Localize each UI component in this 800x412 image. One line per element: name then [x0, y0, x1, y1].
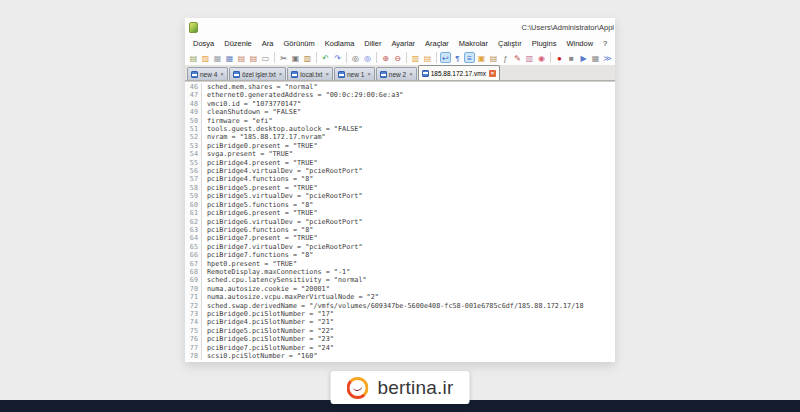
editor-line[interactable]: 59pciBridge5.virtualDev = "pcieRootPort" — [185, 192, 615, 200]
editor-line[interactable]: 56pciBridge4.virtualDev = "pcieRootPort" — [185, 167, 615, 175]
close-file-icon[interactable]: ▤ — [236, 52, 247, 63]
cut-icon[interactable]: ✂ — [278, 52, 289, 63]
indent-guide-icon[interactable]: ≡ — [464, 52, 475, 63]
menu-item-help[interactable]: ? — [603, 39, 607, 48]
save-all-icon[interactable]: ▦ — [224, 52, 235, 63]
menu-item-duzenle[interactable]: Düzenle — [224, 39, 252, 48]
menu-item-ayarlar[interactable]: Ayarlar — [391, 39, 415, 48]
menu-item-makrolar[interactable]: Makrolar — [459, 39, 488, 48]
replace-icon[interactable]: ◎ — [362, 52, 373, 63]
line-text: pciBridge6.functions = "8" — [202, 226, 313, 234]
line-text: pciBridge4.pciSlotNumber = "21" — [202, 318, 334, 326]
toolbar-separator — [274, 52, 275, 63]
editor-line[interactable]: 67hpet0.present = "TRUE" — [185, 260, 615, 268]
editor-line[interactable]: 61pciBridge6.present = "TRUE" — [185, 209, 615, 217]
menu-item-ara[interactable]: Ara — [262, 39, 274, 48]
tab-local[interactable]: local.txt× — [287, 67, 333, 80]
macro-save-icon[interactable]: ▦ — [590, 52, 601, 63]
editor-line[interactable]: 47ethernet0.generatedAddress = "00:0c:29… — [185, 91, 615, 99]
function-list-icon[interactable]: ƒ — [500, 52, 511, 63]
print-icon[interactable]: ▭ — [260, 52, 271, 63]
editor-line[interactable]: 50firmware = "efi" — [185, 117, 615, 125]
sync-vertical-icon[interactable]: ▥ — [410, 52, 421, 63]
paste-icon[interactable]: ▥ — [302, 52, 313, 63]
zoom-in-icon[interactable]: ⊕ — [380, 52, 391, 63]
word-wrap-icon[interactable]: ↩ — [440, 52, 451, 63]
new-file-icon[interactable]: ▤ — [188, 52, 199, 63]
tab-vmx-file[interactable]: 185.88.172.17.vmx× — [418, 65, 500, 80]
close-all-icon[interactable]: ▤ — [248, 52, 259, 63]
editor-line[interactable]: 54svga.present = "TRUE" — [185, 150, 615, 158]
editor-line[interactable]: 69sched.cpu.latencySensitivity = "normal… — [185, 276, 615, 284]
doc-switcher-icon[interactable]: ▥ — [524, 52, 535, 63]
editor-line[interactable]: 74pciBridge4.pciSlotNumber = "21" — [185, 318, 615, 326]
line-text: pciBridge6.present = "TRUE" — [202, 209, 318, 217]
save-icon[interactable]: ▦ — [212, 52, 223, 63]
tab-close-icon[interactable]: × — [279, 71, 283, 77]
monitoring-eye-icon[interactable]: ◉ — [536, 52, 547, 63]
tab-close-icon[interactable]: × — [325, 71, 329, 77]
macro-stop-icon[interactable]: ■ — [566, 52, 577, 63]
menu-item-araclar[interactable]: Araçlar — [425, 39, 449, 48]
menu-item-kodlama[interactable]: Kodlama — [325, 39, 355, 48]
editor-line[interactable]: 75pciBridge5.pciSlotNumber = "22" — [185, 327, 615, 335]
editor-line[interactable]: 52nvram = "185.88.172.17.nvram" — [185, 133, 615, 141]
editor-line[interactable]: 64pciBridge7.present = "TRUE" — [185, 234, 615, 242]
edit-pencil-icon[interactable]: ✎ — [512, 52, 523, 63]
line-number: 62 — [185, 218, 202, 226]
editor-line[interactable]: 57pciBridge4.functions = "8" — [185, 175, 615, 183]
menu-item-calistir[interactable]: Çalıştır — [498, 39, 522, 48]
macro-record-icon[interactable]: ● — [554, 52, 565, 63]
tab-close-icon[interactable]: × — [220, 71, 224, 77]
user-dialog-icon[interactable]: ▣ — [476, 52, 487, 63]
find-icon[interactable]: ◎ — [350, 52, 361, 63]
editor-line[interactable]: 62pciBridge6.virtualDev = "pcieRootPort" — [185, 218, 615, 226]
editor-line[interactable]: 76pciBridge6.pciSlotNumber = "23" — [185, 335, 615, 343]
sync-horizontal-icon[interactable]: ▤ — [422, 52, 433, 63]
editor-line[interactable]: 55pciBridge4.present = "TRUE" — [185, 159, 615, 167]
tab-close-icon[interactable]: × — [409, 71, 413, 77]
editor-pane[interactable]: 46sched.mem.shares = "normal"47ethernet0… — [185, 81, 615, 362]
tab-close-icon[interactable]: × — [367, 71, 371, 77]
menu-item-gorunum[interactable]: Görünüm — [283, 39, 314, 48]
editor-line[interactable]: 66pciBridge7.functions = "8" — [185, 251, 615, 259]
open-folder-icon[interactable]: ▨ — [200, 52, 211, 63]
doc-map-icon[interactable]: ▤ — [488, 52, 499, 63]
line-number: 51 — [185, 125, 202, 133]
menu-item-window[interactable]: Window — [566, 39, 593, 48]
editor-line[interactable]: 60pciBridge5.functions = "8" — [185, 201, 615, 209]
zoom-out-icon[interactable]: ⊖ — [392, 52, 403, 63]
editor-line[interactable]: 68RemoteDisplay.maxConnections = "-1" — [185, 268, 615, 276]
editor-line[interactable]: 49cleanShutdown = "FALSE" — [185, 108, 615, 116]
tab-close-icon[interactable]: × — [489, 70, 496, 77]
editor-line[interactable]: 51tools.guest.desktop.autolock = "FALSE" — [185, 125, 615, 133]
show-all-chars-icon[interactable]: ¶ — [452, 52, 463, 63]
menu-item-dosya[interactable]: Dosya — [193, 39, 214, 48]
editor-line[interactable]: 71numa.autosize.vcpu.maxPerVirtualNode =… — [185, 293, 615, 301]
macro-run-multi-icon[interactable]: ≫ — [602, 52, 613, 63]
menu-item-plugins[interactable]: Plugins — [532, 39, 557, 48]
editor-line[interactable]: 53pciBridge0.present = "TRUE" — [185, 142, 615, 150]
editor-line[interactable]: 77pciBridge7.pciSlotNumber = "24" — [185, 344, 615, 352]
editor-line[interactable]: 46sched.mem.shares = "normal" — [185, 83, 615, 91]
editor-line[interactable]: 73pciBridge0.pciSlotNumber = "17" — [185, 310, 615, 318]
tab-new-1[interactable]: new 1× — [334, 67, 375, 80]
editor-line[interactable]: 58pciBridge5.present = "TRUE" — [185, 184, 615, 192]
editor-line[interactable]: 65pciBridge7.virtualDev = "pcieRootPort" — [185, 243, 615, 251]
undo-icon[interactable]: ↶ — [320, 52, 331, 63]
macro-play-icon[interactable]: ▶ — [578, 52, 589, 63]
editor-line[interactable]: 78scsi0.pciSlotNumber = "160" — [185, 352, 615, 360]
tab-new-4[interactable]: new 4× — [187, 67, 228, 80]
line-number: 55 — [185, 159, 202, 167]
line-text: pciBridge5.pciSlotNumber = "22" — [202, 327, 334, 335]
copy-icon[interactable]: ▣ — [290, 52, 301, 63]
saved-file-icon — [291, 71, 298, 78]
tab-ozel-isler[interactable]: özel işler.txt× — [229, 67, 286, 80]
redo-icon[interactable]: ↷ — [332, 52, 343, 63]
editor-line[interactable]: 48vmci0.id = "1073770147" — [185, 100, 615, 108]
editor-line[interactable]: 72sched.swap.derivedName = "/vmfs/volume… — [185, 302, 615, 310]
menu-item-diller[interactable]: Diller — [364, 39, 381, 48]
editor-line[interactable]: 63pciBridge6.functions = "8" — [185, 226, 615, 234]
editor-line[interactable]: 70numa.autosize.cookie = "20001" — [185, 285, 615, 293]
tab-new-2[interactable]: new 2× — [376, 67, 417, 80]
